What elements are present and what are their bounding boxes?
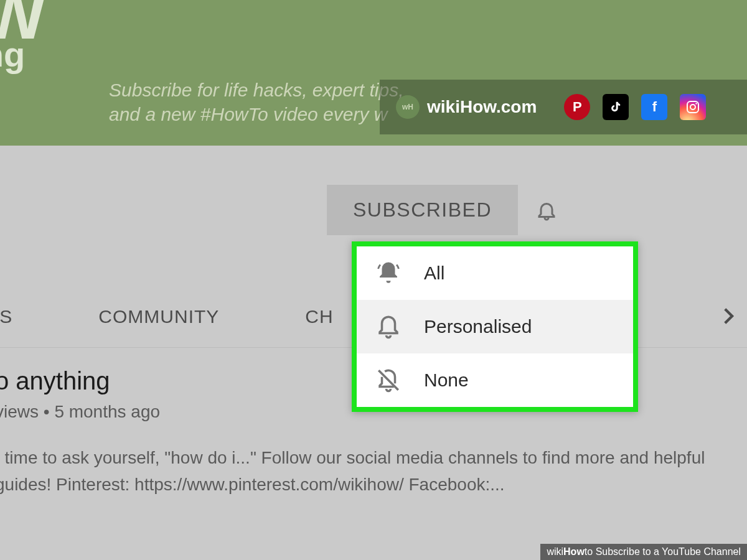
- banner-logo-suffix: hing: [0, 34, 25, 75]
- bell-ringing-icon: [375, 260, 402, 286]
- tiktok-icon[interactable]: [603, 94, 629, 120]
- notify-option-none[interactable]: None: [357, 353, 633, 407]
- tab-partial-1[interactable]: TS: [0, 306, 12, 327]
- wikihow-site-link[interactable]: wikiHow.com: [427, 97, 537, 117]
- subscribe-area: SUBSCRIBED: [327, 185, 558, 235]
- notify-personalised-label: Personalised: [424, 316, 532, 337]
- wikihow-caption: wikiHow to Subscribe to a YouTube Channe…: [540, 544, 747, 560]
- facebook-icon[interactable]: f: [641, 94, 667, 120]
- instagram-icon[interactable]: [680, 94, 706, 120]
- channel-banner: W hing Subscribe for life hacks, expert …: [0, 0, 747, 146]
- svg-point-2: [696, 103, 697, 104]
- tagline-line-1: Subscribe for life hacks, expert tips,: [109, 78, 404, 102]
- video-title[interactable]: o anything: [0, 367, 110, 395]
- bell-off-icon: [375, 367, 402, 393]
- bell-outline-icon: [375, 314, 402, 340]
- tab-community[interactable]: COMMUNITY: [98, 306, 219, 327]
- svg-point-1: [690, 105, 695, 110]
- wikihow-badge-icon: wH: [396, 95, 420, 119]
- notify-all-label: All: [424, 263, 444, 284]
- chevron-right-icon[interactable]: [717, 300, 738, 334]
- caption-wiki: wiki: [547, 546, 563, 558]
- tab-partial-3[interactable]: CH: [305, 306, 333, 327]
- video-meta: views • 5 months ago: [0, 402, 160, 422]
- subscribed-button[interactable]: SUBSCRIBED: [327, 185, 518, 235]
- pinterest-icon[interactable]: P: [564, 94, 590, 120]
- channel-tabs: TS COMMUNITY CH: [0, 306, 334, 327]
- banner-tagline: Subscribe for life hacks, expert tips, a…: [109, 78, 404, 126]
- notify-option-all[interactable]: All: [357, 246, 633, 300]
- notification-options-popup: All Personalised None: [352, 241, 638, 412]
- notify-option-personalised[interactable]: Personalised: [357, 300, 633, 353]
- banner-links-panel: wH wikiHow.com P f: [380, 80, 747, 134]
- caption-rest: to Subscribe to a YouTube Channel: [585, 546, 741, 558]
- notify-none-label: None: [424, 370, 469, 391]
- video-description: t time to ask yourself, "how do i..." Fo…: [0, 444, 740, 498]
- tagline-line-2: and a new #HowTo video every w: [109, 102, 404, 126]
- social-icons-row: P f: [564, 94, 706, 120]
- notification-bell-icon[interactable]: [535, 199, 558, 222]
- caption-how: How: [563, 546, 585, 558]
